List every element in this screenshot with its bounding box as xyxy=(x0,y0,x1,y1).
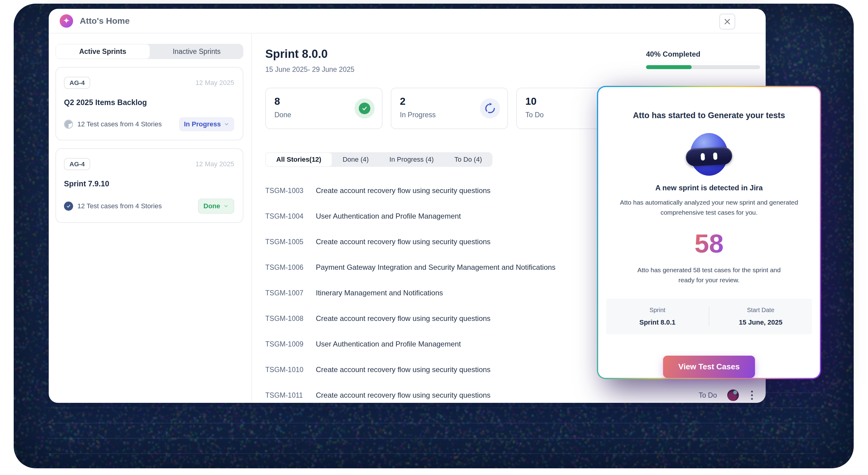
sprint-date-range: 15 June 2025- 29 June 2025 xyxy=(265,65,354,74)
sprint-header: Sprint 8.0.0 15 June 2025- 29 June 2025 xyxy=(265,48,354,74)
progress-fill xyxy=(646,65,692,69)
tab-all-stories[interactable]: All Stories(12) xyxy=(265,152,332,167)
progress-bar xyxy=(646,65,760,69)
story-title: Itinerary Management and Notifications xyxy=(316,289,443,297)
tab-done[interactable]: Done (4) xyxy=(332,152,379,167)
story-id: TSGM-1009 xyxy=(265,340,312,348)
sprint-date: 12 May 2025 xyxy=(195,79,234,87)
close-icon[interactable] xyxy=(719,14,735,30)
tab-in-progress[interactable]: In Progress (4) xyxy=(379,152,444,167)
story-row[interactable]: TSGM-1011 Create account recovery flow u… xyxy=(265,382,763,408)
info-sprint: Sprint Sprint 8.0.1 xyxy=(606,307,709,326)
story-trailing: To Do xyxy=(699,389,755,402)
story-title: Create account recovery flow using secur… xyxy=(316,314,491,323)
story-title: Create account recovery flow using secur… xyxy=(316,366,491,374)
sprint-info-strip: Sprint Sprint 8.0.1 Start Date 15 June, … xyxy=(606,299,812,334)
progress-label: 40% Completed xyxy=(646,50,760,59)
refresh-icon xyxy=(480,98,500,119)
sprint-card-title: Q2 2025 Items Backlog xyxy=(64,98,234,107)
story-id: TSGM-1010 xyxy=(265,366,312,374)
sprint-card[interactable]: AG-4 12 May 2025 Sprint 7.9.10 12 Test c… xyxy=(56,148,243,223)
sprint-tabs: Active Sprints Inactive Sprints xyxy=(56,44,243,59)
tab-todo[interactable]: To Do (4) xyxy=(444,152,492,167)
story-title: Payment Gateway Integration and Security… xyxy=(316,263,556,272)
story-title: Create account recovery flow using secur… xyxy=(316,186,491,195)
sprint-date: 12 May 2025 xyxy=(195,160,234,168)
pie-chart-icon xyxy=(64,120,73,129)
sprint-card[interactable]: AG-4 12 May 2025 Q2 2025 Items Backlog 1… xyxy=(56,67,243,140)
story-status: To Do xyxy=(699,391,717,400)
sidebar: Active Sprints Inactive Sprints AG-4 12 … xyxy=(49,33,252,403)
story-title: User Authentication and Profile Manageme… xyxy=(316,340,461,348)
atto-sparkle-icon: ✦ xyxy=(60,14,73,28)
test-case-count: 58 xyxy=(694,228,724,258)
window-title: Atto's Home xyxy=(80,16,130,26)
story-id: TSGM-1008 xyxy=(265,315,312,323)
story-id: TSGM-1006 xyxy=(265,263,312,272)
sprint-key-badge: AG-4 xyxy=(64,158,90,170)
story-filter-tabs: All Stories(12) Done (4) In Progress (4)… xyxy=(265,152,493,167)
status-dropdown[interactable]: In Progress xyxy=(179,117,234,131)
tab-active-sprints[interactable]: Active Sprints xyxy=(56,44,150,59)
tab-inactive-sprints[interactable]: Inactive Sprints xyxy=(150,44,244,59)
done-check-icon xyxy=(354,98,375,119)
page-title: Sprint 8.0.0 xyxy=(265,48,354,61)
sprint-card-meta: 12 Test cases from 4 Stories xyxy=(78,202,198,210)
info-start-date: Start Date 15 June, 2025 xyxy=(709,307,812,326)
sprint-card-title: Sprint 7.9.10 xyxy=(64,179,234,188)
view-test-cases-button[interactable]: View Test Cases xyxy=(663,356,755,378)
story-title: User Authentication and Profile Manageme… xyxy=(316,212,461,220)
chevron-down-icon xyxy=(223,203,229,209)
assignee-avatar[interactable] xyxy=(727,389,739,401)
stat-card-in-progress: 2 In Progress xyxy=(391,88,508,129)
story-id: TSGM-1004 xyxy=(265,212,312,220)
info-value: 15 June, 2025 xyxy=(709,318,812,326)
story-id: TSGM-1003 xyxy=(265,187,312,195)
status-label: In Progress xyxy=(184,120,221,128)
status-dropdown[interactable]: Done xyxy=(198,198,234,214)
count-caption: Atto has generated 58 test cases for the… xyxy=(630,265,788,285)
story-title: Create account recovery flow using secur… xyxy=(316,391,491,400)
status-label: Done xyxy=(204,202,220,210)
modal-subtitle: A new sprint is detected in Jira xyxy=(655,184,763,192)
atto-generation-modal: Atto has started to Generate your tests … xyxy=(597,86,821,379)
info-label: Start Date xyxy=(709,307,812,314)
story-id: TSGM-1005 xyxy=(265,238,312,246)
modal-description: Atto has automatically analyzed your new… xyxy=(615,198,803,217)
story-id: TSGM-1011 xyxy=(265,391,312,400)
window-header: ✦ Atto's Home xyxy=(49,9,766,33)
sprint-card-meta: 12 Test cases from 4 Stories xyxy=(78,120,179,128)
story-title: Create account recovery flow using secur… xyxy=(316,238,491,246)
atto-robot-icon xyxy=(688,133,730,170)
modal-title: Atto has started to Generate your tests xyxy=(633,111,785,120)
kebab-menu-icon[interactable] xyxy=(749,389,755,402)
sprint-key-badge: AG-4 xyxy=(64,77,90,89)
story-id: TSGM-1007 xyxy=(265,289,312,297)
stage: ✦ Atto's Home Active Sprints Inactive Sp… xyxy=(0,0,868,475)
check-circle-icon xyxy=(64,201,73,211)
chevron-down-icon xyxy=(224,122,229,127)
info-label: Sprint xyxy=(606,307,709,314)
completion-progress: 40% Completed xyxy=(646,50,760,69)
info-value: Sprint 8.0.1 xyxy=(606,318,709,326)
stat-card-done: 8 Done xyxy=(265,88,382,129)
